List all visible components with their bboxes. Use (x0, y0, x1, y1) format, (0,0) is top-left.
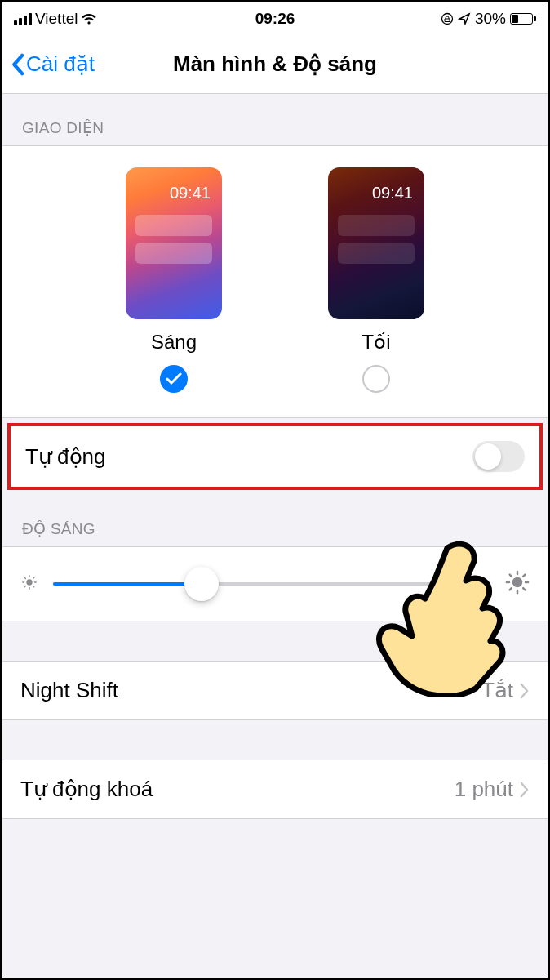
svg-point-1 (26, 579, 32, 585)
status-time: 09:26 (255, 10, 295, 28)
preview-time-dark: 09:41 (372, 184, 413, 203)
svg-line-15 (510, 575, 512, 577)
appearance-header: GIAO DIỆN (2, 94, 548, 145)
status-left: Viettel (14, 10, 97, 28)
slider-thumb[interactable] (184, 567, 219, 601)
svg-line-8 (24, 586, 25, 587)
night-shift-value: Tắt (481, 678, 530, 703)
svg-line-6 (24, 577, 25, 578)
dark-preview: 09:41 (328, 167, 424, 319)
brightness-header: ĐỘ SÁNG (2, 495, 548, 546)
light-radio[interactable] (160, 365, 188, 393)
brightness-low-icon (20, 573, 38, 595)
night-shift-section: Night Shift Tắt (2, 661, 548, 720)
svg-point-10 (512, 577, 523, 588)
appearance-option-light[interactable]: 09:41 Sáng (126, 167, 222, 393)
brightness-section (2, 546, 548, 621)
orientation-lock-icon (441, 12, 454, 25)
back-button[interactable]: Cài đặt (11, 51, 95, 77)
brightness-slider[interactable] (53, 582, 490, 586)
svg-line-7 (33, 586, 34, 587)
auto-label: Tự động (25, 444, 106, 470)
carrier-label: Viettel (35, 10, 78, 28)
night-shift-row[interactable]: Night Shift Tắt (2, 662, 548, 719)
light-label: Sáng (151, 331, 197, 354)
night-shift-label: Night Shift (20, 678, 118, 703)
preview-time-light: 09:41 (170, 184, 211, 203)
auto-appearance-row[interactable]: Tự động (7, 423, 543, 490)
auto-lock-section: Tự động khoá 1 phút (2, 760, 548, 819)
svg-line-17 (510, 588, 512, 590)
dark-label: Tối (362, 331, 391, 354)
svg-line-18 (523, 575, 525, 577)
chevron-right-icon (520, 782, 530, 798)
chevron-left-icon (11, 53, 24, 76)
nav-bar: Cài đặt Màn hình & Độ sáng (2, 35, 548, 94)
signal-icon (14, 13, 32, 25)
dark-radio[interactable] (362, 365, 390, 393)
appearance-section: 09:41 Sáng 09:41 Tối (2, 145, 548, 418)
svg-line-9 (33, 577, 34, 578)
auto-lock-value: 1 phút (455, 777, 530, 802)
battery-icon (510, 13, 536, 24)
brightness-high-icon (505, 570, 530, 598)
battery-percent: 30% (475, 10, 506, 28)
page-title: Màn hình & Độ sáng (173, 51, 377, 77)
auto-lock-label: Tự động khoá (20, 777, 153, 802)
svg-line-16 (523, 588, 525, 590)
chevron-right-icon (520, 683, 530, 699)
status-bar: Viettel 09:26 30% (2, 2, 548, 35)
light-preview: 09:41 (126, 167, 222, 319)
auto-toggle[interactable] (472, 441, 525, 472)
auto-lock-row[interactable]: Tự động khoá 1 phút (2, 760, 548, 818)
check-icon (166, 372, 182, 385)
status-right: 30% (441, 10, 536, 28)
location-icon (458, 12, 471, 25)
appearance-option-dark[interactable]: 09:41 Tối (328, 167, 424, 393)
wifi-icon (81, 13, 97, 25)
back-label: Cài đặt (26, 51, 95, 77)
